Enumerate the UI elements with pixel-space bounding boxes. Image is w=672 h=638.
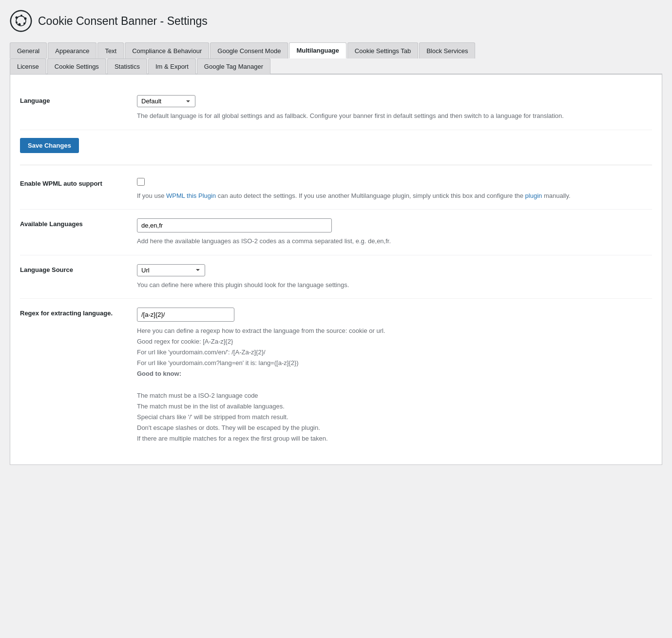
wpml-label: Enable WPML auto support [20,178,137,187]
main-content: Language Default English German French T… [10,74,662,465]
tab-multilanguage[interactable]: Multilanguage [289,42,346,58]
available-languages-input[interactable] [137,218,332,232]
regex-note-6: The match must be in the list of availab… [137,401,652,412]
tab-compliance[interactable]: Compliance & Behaviour [125,42,209,58]
regex-good-to-know: Good to know: [137,368,652,379]
plugin-link: plugin [525,192,542,199]
app-logo-icon [10,10,32,32]
good-to-know-label: Good to know: [137,370,181,377]
available-languages-description: Add here the available languages as ISO-… [137,236,652,246]
tab-statistics[interactable]: Statistics [107,58,147,74]
regex-note-1: Here you can define a regexp how to extr… [137,326,652,336]
language-source-row: Language Source Url Cookie Browser You c… [20,255,652,299]
language-row: Language Default English German French T… [20,86,652,130]
language-source-select[interactable]: Url Cookie Browser [137,264,205,276]
tab-general[interactable]: General [10,42,47,58]
tab-text[interactable]: Text [97,42,124,58]
regex-note-8: Don't escape slashes or dots. They will … [137,423,652,433]
tab-google-consent[interactable]: Google Consent Mode [210,42,288,58]
tab-block-services[interactable]: Block Services [419,42,475,58]
wpml-checkbox[interactable] [137,178,145,186]
wpml-description: If you use WPML this Plugin can auto det… [137,191,652,201]
language-source-description: You can define here where this plugin sh… [137,280,652,290]
app-header: Cookie Consent Banner - Settings [10,10,662,32]
regex-row: Regex for extracting language. Here you … [20,299,652,453]
tab-cookie-settings-tab[interactable]: Cookie Settings Tab [347,42,418,58]
regex-note-9: If there are multiple matches for a rege… [137,433,652,444]
tab-license[interactable]: License [10,58,46,74]
language-source-content: Url Cookie Browser You can define here w… [137,264,652,290]
regex-note-2: Good regex for cookie: [A-Za-z]{2} [137,336,652,347]
regex-note-7: Special chars like '/' will be stripped … [137,412,652,423]
language-description: The default language is for all global s… [137,111,652,121]
regex-content: Here you can define a regexp how to extr… [137,308,652,444]
wpml-link: WPML this Plugin [166,192,216,199]
tabs-row-2: License Cookie Settings Statistics Im & … [10,58,662,74]
regex-note-4: For url like 'yourdomain.com?lang=en' it… [137,358,652,368]
svg-point-1 [11,11,31,31]
wpml-row: Enable WPML auto support If you use WPML… [20,169,652,210]
language-field-content: Default English German French The defaul… [137,95,652,121]
save-section: Save Changes [20,130,652,165]
language-select[interactable]: Default English German French [137,95,195,107]
tab-im-export[interactable]: Im & Export [148,58,196,74]
save-changes-button[interactable]: Save Changes [20,138,79,153]
page-wrapper: Cookie Consent Banner - Settings General… [0,0,672,484]
tab-cookie-settings[interactable]: Cookie Settings [47,58,106,74]
wpml-field-content: If you use WPML this Plugin can auto det… [137,178,652,201]
regex-label: Regex for extracting language. [20,308,137,317]
regex-note-5: The match must be a ISO-2 language code [137,390,652,401]
tab-google-tag[interactable]: Google Tag Manager [197,58,270,74]
tab-appearance[interactable]: Appearance [48,42,96,58]
regex-input[interactable] [137,308,234,322]
tabs-row-1: General Appearance Text Compliance & Beh… [10,42,662,58]
regex-notes: Here you can define a regexp how to extr… [137,326,652,444]
regex-note-3: For url like 'yourdomain.com/en/': /[A-Z… [137,347,652,358]
language-source-label: Language Source [20,264,137,273]
available-languages-label: Available Languages [20,218,137,228]
language-label: Language [20,95,137,104]
app-title: Cookie Consent Banner - Settings [38,15,208,28]
available-languages-row: Available Languages Add here the availab… [20,210,652,255]
available-languages-content: Add here the available languages as ISO-… [137,218,652,246]
